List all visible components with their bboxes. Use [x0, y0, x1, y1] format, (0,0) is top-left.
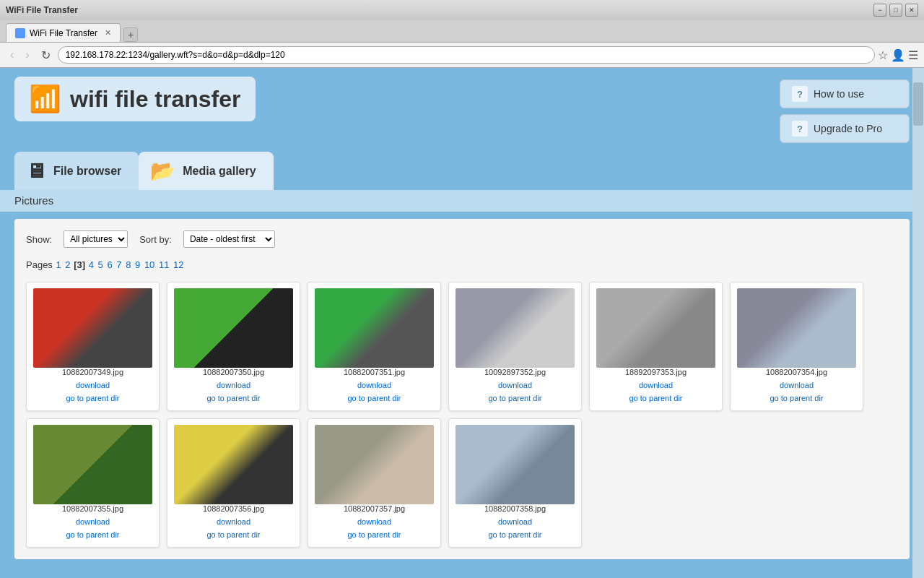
- page-4-link[interactable]: 4: [89, 259, 94, 270]
- help-buttons-container: ? How to use ? Upgrade to Pro: [780, 79, 910, 143]
- tab-file-browser[interactable]: 🖥 File browser: [14, 152, 139, 190]
- minimize-button[interactable]: −: [873, 4, 886, 17]
- page-content: 📶 wifi file transfer ? How to use ? Upgr…: [0, 68, 924, 578]
- upgrade-pro-button[interactable]: ? Upgrade to Pro: [780, 114, 910, 143]
- person-icon[interactable]: 👤: [891, 48, 905, 62]
- page-12-link[interactable]: 12: [173, 259, 183, 270]
- parent-dir-link[interactable]: go to parent dir: [66, 529, 120, 542]
- download-link[interactable]: download: [207, 516, 261, 529]
- parent-dir-link[interactable]: go to parent dir: [207, 529, 261, 542]
- tab-favicon: [15, 28, 25, 38]
- photo-card: 10882007355.jpgdownloadgo to parent dir: [26, 418, 160, 548]
- photo-card: 10882007354.jpgdownloadgo to parent dir: [730, 282, 863, 411]
- wifi-icon: 📶: [29, 84, 61, 114]
- bookmark-icon[interactable]: ☆: [878, 48, 888, 62]
- scrollbar-track[interactable]: [912, 68, 924, 578]
- download-link[interactable]: download: [66, 379, 120, 392]
- scrollbar-thumb[interactable]: [913, 82, 923, 126]
- parent-dir-link[interactable]: go to parent dir: [348, 529, 401, 542]
- photo-card: 10882007351.jpgdownloadgo to parent dir: [308, 282, 441, 411]
- photo-card: 10882007350.jpgdownloadgo to parent dir: [167, 282, 300, 411]
- page-7-link[interactable]: 7: [116, 259, 121, 270]
- photo-links: downloadgo to parent dir: [66, 379, 120, 405]
- photo-links: downloadgo to parent dir: [489, 516, 542, 541]
- parent-dir-link[interactable]: go to parent dir: [207, 392, 261, 405]
- download-link[interactable]: download: [629, 379, 683, 392]
- parent-dir-link[interactable]: go to parent dir: [66, 392, 120, 405]
- gallery-area: Show: All pictures Photos Videos Sort by…: [14, 219, 910, 559]
- photo-thumbnail[interactable]: [33, 288, 152, 368]
- photo-filename: 10092897352.jpg: [484, 368, 546, 376]
- photo-filename: 10882007358.jpg: [484, 504, 546, 513]
- photo-thumbnail[interactable]: [596, 288, 715, 368]
- photo-filename: 18892097353.jpg: [625, 368, 687, 376]
- photo-links: downloadgo to parent dir: [629, 379, 683, 405]
- photo-thumbnail[interactable]: [174, 425, 293, 504]
- photo-thumbnail[interactable]: [456, 425, 575, 504]
- window-title: WiFi File Transfer: [6, 5, 78, 15]
- page-3-current: [3]: [74, 259, 85, 270]
- photo-links: downloadgo to parent dir: [489, 379, 542, 405]
- active-tab[interactable]: WiFi File Transfer ✕: [6, 23, 121, 42]
- photo-thumbnail[interactable]: [315, 288, 434, 368]
- gallery-controls: Show: All pictures Photos Videos Sort by…: [26, 230, 898, 248]
- download-link[interactable]: download: [66, 516, 120, 529]
- page-9-link[interactable]: 9: [135, 259, 140, 270]
- back-button[interactable]: ‹: [6, 47, 18, 63]
- parent-dir-link[interactable]: go to parent dir: [629, 392, 683, 405]
- parent-dir-link[interactable]: go to parent dir: [770, 392, 824, 405]
- maximize-button[interactable]: □: [889, 4, 902, 17]
- download-link[interactable]: download: [207, 379, 261, 392]
- address-bar[interactable]: [58, 46, 875, 64]
- close-button[interactable]: ✕: [905, 4, 918, 17]
- download-link[interactable]: download: [489, 379, 542, 392]
- photo-thumbnail[interactable]: [315, 425, 434, 504]
- reload-button[interactable]: ↻: [37, 47, 55, 64]
- sort-label: Sort by:: [139, 234, 172, 245]
- new-tab-button[interactable]: +: [123, 27, 138, 42]
- settings-icon[interactable]: ☰: [908, 48, 918, 62]
- app-logo: 📶 wifi file transfer: [14, 77, 256, 121]
- tab-media-gallery[interactable]: 📂 Media gallery: [139, 152, 273, 190]
- page-11-link[interactable]: 11: [159, 259, 169, 270]
- page-2-link[interactable]: 2: [65, 259, 70, 270]
- download-link[interactable]: download: [489, 516, 542, 529]
- download-link[interactable]: download: [348, 516, 401, 529]
- forward-button[interactable]: ›: [21, 47, 33, 63]
- breadcrumb-bar: Pictures: [0, 190, 924, 212]
- parent-dir-link[interactable]: go to parent dir: [489, 392, 542, 405]
- how-to-use-button[interactable]: ? How to use: [780, 79, 910, 108]
- tab-close-button[interactable]: ✕: [105, 28, 111, 38]
- page-5-link[interactable]: 5: [98, 259, 103, 270]
- page-10-link[interactable]: 10: [144, 259, 154, 270]
- media-gallery-icon: 📂: [150, 159, 175, 183]
- download-link[interactable]: download: [348, 379, 401, 392]
- photo-card: 10882007357.jpgdownloadgo to parent dir: [308, 418, 441, 548]
- page-1-link[interactable]: 1: [56, 259, 61, 270]
- page-6-link[interactable]: 6: [107, 259, 112, 270]
- photo-card: 10092897352.jpgdownloadgo to parent dir: [448, 282, 582, 411]
- file-browser-label: File browser: [53, 165, 121, 178]
- page-8-link[interactable]: 8: [126, 259, 131, 270]
- browser-chrome: WiFi File Transfer − □ ✕ WiFi File Trans…: [0, 0, 924, 68]
- photo-filename: 10882007350.jpg: [203, 368, 264, 376]
- photo-links: downloadgo to parent dir: [770, 379, 824, 405]
- pages-label: Pages: [26, 259, 55, 270]
- photo-thumbnail[interactable]: [456, 288, 575, 368]
- photo-links: downloadgo to parent dir: [66, 516, 120, 541]
- photo-filename: 10882007349.jpg: [62, 368, 123, 376]
- parent-dir-link[interactable]: go to parent dir: [489, 529, 542, 542]
- parent-dir-link[interactable]: go to parent dir: [348, 392, 401, 405]
- photo-card: 10882007349.jpgdownloadgo to parent dir: [26, 282, 160, 411]
- photo-thumbnail[interactable]: [33, 425, 152, 504]
- download-link[interactable]: download: [770, 379, 824, 392]
- photo-filename: 10882007351.jpg: [344, 368, 405, 376]
- photo-filename: 10882007356.jpg: [203, 504, 264, 513]
- show-select[interactable]: All pictures Photos Videos: [64, 230, 128, 248]
- show-label: Show:: [26, 234, 52, 245]
- photo-card: 10882007358.jpgdownloadgo to parent dir: [448, 418, 582, 548]
- photo-thumbnail[interactable]: [174, 288, 293, 368]
- photo-thumbnail[interactable]: [737, 288, 856, 368]
- sort-select[interactable]: Date - oldest first Date - newest first …: [183, 230, 275, 248]
- nav-tabs: 🖥 File browser 📂 Media gallery: [0, 152, 924, 190]
